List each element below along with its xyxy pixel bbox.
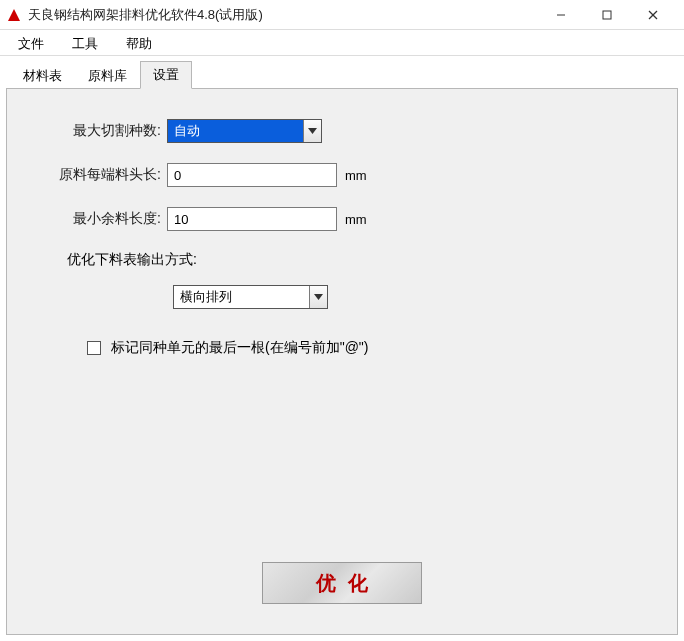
- label-max-cut-kinds: 最大切割种数:: [37, 122, 167, 140]
- menubar: 文件 工具 帮助: [0, 30, 684, 56]
- row-header-len: 原料每端料头长: mm: [37, 163, 647, 187]
- menu-file[interactable]: 文件: [4, 32, 58, 55]
- chevron-down-icon: [309, 286, 327, 308]
- min-left-len-input[interactable]: [167, 207, 337, 231]
- row-mark-last: 标记同种单元的最后一根(在编号前加"@"): [37, 339, 647, 357]
- minimize-button[interactable]: [538, 0, 584, 30]
- max-cut-kinds-value: 自动: [168, 122, 303, 140]
- titlebar: 天良钢结构网架排料优化软件4.8(试用版): [0, 0, 684, 30]
- output-mode-select[interactable]: 横向排列: [173, 285, 328, 309]
- tab-stock-lib[interactable]: 原料库: [75, 62, 140, 89]
- maximize-button[interactable]: [584, 0, 630, 30]
- svg-rect-2: [603, 11, 611, 19]
- app-window: 天良钢结构网架排料优化软件4.8(试用版) 文件 工具 帮助 材料表 原料库 设…: [0, 0, 684, 641]
- label-output-mode: 优化下料表输出方式:: [37, 251, 647, 269]
- row-output-mode: 横向排列: [37, 285, 647, 309]
- app-icon: [6, 7, 22, 23]
- header-len-input[interactable]: [167, 163, 337, 187]
- tabbar: 材料表 原料库 设置: [0, 56, 684, 88]
- menu-tools[interactable]: 工具: [58, 32, 112, 55]
- tab-material-table[interactable]: 材料表: [10, 62, 75, 89]
- svg-marker-5: [308, 128, 317, 134]
- label-min-left-len: 最小余料长度:: [37, 210, 167, 228]
- row-max-cut-kinds: 最大切割种数: 自动: [37, 119, 647, 143]
- label-header-len: 原料每端料头长:: [37, 166, 167, 184]
- window-title: 天良钢结构网架排料优化软件4.8(试用版): [28, 6, 538, 24]
- close-button[interactable]: [630, 0, 676, 30]
- menu-help[interactable]: 帮助: [112, 32, 166, 55]
- window-controls: [538, 0, 676, 30]
- mark-last-label: 标记同种单元的最后一根(在编号前加"@"): [111, 339, 368, 357]
- chevron-down-icon: [303, 120, 321, 142]
- tab-settings[interactable]: 设置: [140, 61, 192, 89]
- mark-last-checkbox[interactable]: [87, 341, 101, 355]
- header-len-unit: mm: [345, 168, 367, 183]
- max-cut-kinds-select[interactable]: 自动: [167, 119, 322, 143]
- footer: 优化: [37, 562, 647, 624]
- min-left-len-unit: mm: [345, 212, 367, 227]
- svg-marker-0: [8, 9, 20, 21]
- row-min-left-len: 最小余料长度: mm: [37, 207, 647, 231]
- svg-marker-6: [314, 294, 323, 300]
- settings-panel: 最大切割种数: 自动 原料每端料头长: mm 最小余料长度: mm 优化下料表输…: [6, 88, 678, 635]
- optimize-button[interactable]: 优化: [262, 562, 422, 604]
- output-mode-value: 横向排列: [174, 288, 309, 306]
